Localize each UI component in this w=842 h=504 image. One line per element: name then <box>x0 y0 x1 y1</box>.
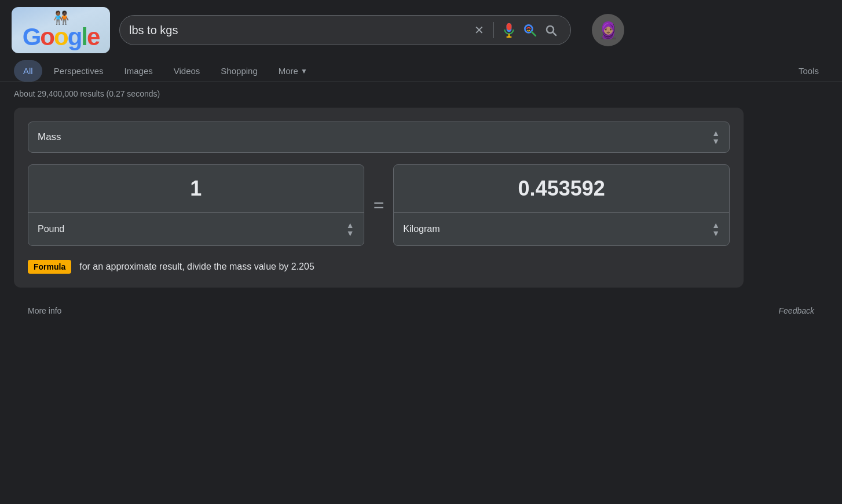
converter-inputs: Pound ▲▼ = Kilogram ▲▼ <box>28 164 730 246</box>
nav-tabs: All Perspectives Images Videos Shopping … <box>0 60 842 82</box>
search-divider <box>493 22 494 38</box>
from-value-input[interactable] <box>28 165 364 213</box>
tab-images[interactable]: Images <box>115 60 162 82</box>
logo-text: Google <box>23 23 100 51</box>
lens-button[interactable] <box>519 20 540 41</box>
from-input-group: Pound ▲▼ <box>28 164 364 246</box>
microphone-button[interactable] <box>499 20 519 41</box>
tab-more[interactable]: More ▼ <box>269 60 317 82</box>
tab-perspectives[interactable]: Perspectives <box>45 60 113 82</box>
search-button[interactable] <box>540 20 561 41</box>
feedback-link[interactable]: Feedback <box>779 306 814 315</box>
unit-type-spinner-icon: ▲▼ <box>712 129 720 145</box>
clear-icon[interactable]: ✕ <box>470 23 489 37</box>
search-bar[interactable]: ✕ <box>119 15 571 45</box>
results-count: About 29,400,000 results (0.27 seconds) <box>14 89 828 98</box>
unit-type-label: Mass <box>38 131 61 143</box>
tab-shopping[interactable]: Shopping <box>211 60 266 82</box>
to-unit-spinner-icon: ▲▼ <box>712 221 720 237</box>
to-input-group: Kilogram ▲▼ <box>393 164 730 246</box>
equals-sign: = <box>374 194 385 216</box>
footer-bar: More info Feedback <box>14 297 828 325</box>
results-area: About 29,400,000 results (0.27 seconds) … <box>0 82 842 336</box>
more-chevron-icon: ▼ <box>301 67 307 75</box>
from-unit-spinner-icon: ▲▼ <box>346 221 354 237</box>
tools-button[interactable]: Tools <box>789 60 828 82</box>
tab-videos[interactable]: Videos <box>164 60 210 82</box>
formula-text: for an approximate result, divide the ma… <box>79 262 314 272</box>
from-unit-selector[interactable]: Pound ▲▼ <box>28 213 364 245</box>
search-input[interactable] <box>129 24 470 37</box>
to-unit-selector[interactable]: Kilogram ▲▼ <box>394 213 729 245</box>
tab-all[interactable]: All <box>14 60 42 82</box>
to-unit-label: Kilogram <box>403 224 440 234</box>
from-unit-label: Pound <box>38 224 64 234</box>
converter-card: Mass ▲▼ Pound ▲▼ = Kilogram ▲▼ <box>14 108 744 288</box>
user-avatar[interactable]: 🧕🏽 <box>592 14 624 46</box>
formula-row: Formula for an approximate result, divid… <box>28 260 730 274</box>
unit-type-selector[interactable]: Mass ▲▼ <box>28 122 730 153</box>
more-info-link[interactable]: More info <box>28 306 61 315</box>
header: 🧑🏾‍🤝‍🧑🏿 Google ✕ <box>0 0 842 60</box>
formula-badge: Formula <box>28 260 71 274</box>
google-logo[interactable]: 🧑🏾‍🤝‍🧑🏿 Google <box>12 7 110 53</box>
to-value-input[interactable] <box>394 165 729 213</box>
